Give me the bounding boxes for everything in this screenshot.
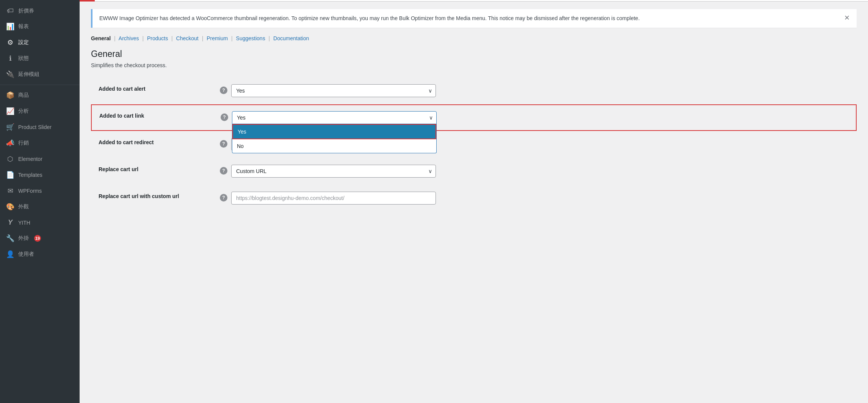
sidebar-item-label: 狀態: [18, 55, 29, 62]
setting-label-replace-cart-url-custom: Replace cart url with custom url: [99, 192, 220, 199]
sidebar-item-elementor[interactable]: ⬡ Elementor: [0, 151, 80, 167]
elementor-icon: ⬡: [6, 155, 14, 163]
sidebar-item-label: 外觀: [18, 203, 29, 210]
nav-suggestions[interactable]: Suggestions: [236, 35, 265, 41]
select-added-to-cart-alert: Yes No ∨: [231, 84, 436, 97]
dropdown-added-to-cart-link: Yes No: [232, 124, 437, 153]
top-bar: [80, 0, 868, 2]
sidebar-item-label: 使用者: [18, 251, 34, 258]
sidebar-item-label: Product Slider: [18, 124, 52, 130]
nav-archives[interactable]: Archives: [119, 35, 139, 41]
product-slider-icon: 🛒: [6, 123, 14, 131]
sidebar-item-plugins[interactable]: 🔧 外掛 19: [0, 230, 80, 246]
plugins-icon: 🔧: [6, 234, 14, 242]
analytics-icon: 📈: [6, 107, 14, 115]
main-content: EWWW Image Optimizer has detected a WooC…: [80, 0, 868, 403]
help-icon-added-to-cart-link[interactable]: ?: [221, 113, 228, 121]
help-icon-replace-cart-url-custom[interactable]: ?: [220, 194, 227, 202]
input-replace-cart-url-custom[interactable]: [231, 192, 436, 205]
sidebar-item-label: WPForms: [18, 188, 42, 194]
setting-added-to-cart-redirect: Added to cart redirect ? ∨: [91, 131, 857, 158]
select-replace-cart-url: Custom URL ∨: [231, 165, 436, 178]
extensions-icon: 🔌: [6, 70, 14, 79]
sidebar-item-label: 折價券: [18, 8, 34, 14]
nav-documentation[interactable]: Documentation: [273, 35, 309, 41]
page-subtitle: Simplifies the checkout process.: [91, 62, 857, 68]
sidebar-item-label: 商品: [18, 92, 29, 99]
setting-label-added-to-cart-alert: Added to cart alert: [99, 84, 220, 92]
nav-checkout[interactable]: Checkout: [176, 35, 199, 41]
setting-added-to-cart-link: Added to cart link ? Yes ∨ Yes No: [91, 104, 857, 131]
setting-control-added-to-cart-alert: ? Yes No ∨: [220, 84, 849, 97]
sidebar-item-settings[interactable]: ⚙ 設定: [0, 35, 80, 50]
select-added-to-cart-link-display[interactable]: Yes: [232, 111, 437, 124]
select-replace-cart-url-input[interactable]: Custom URL: [231, 165, 436, 178]
page-title: General: [91, 49, 857, 59]
setting-replace-cart-url-custom: Replace cart url with custom url ?: [91, 185, 857, 212]
sidebar-item-wpforms[interactable]: ✉ WPForms: [0, 183, 80, 199]
sidebar-item-label: 延伸模組: [18, 71, 39, 78]
setting-replace-cart-url: Replace cart url ? Custom URL ∨: [91, 158, 857, 185]
appearance-icon: 🎨: [6, 203, 14, 211]
templates-icon: 📄: [6, 171, 14, 179]
nav-general: General: [91, 35, 111, 41]
sidebar-item-label: YITH: [18, 220, 30, 226]
sidebar-item-label: 外掛: [18, 235, 29, 242]
setting-added-to-cart-alert: Added to cart alert ? Yes No ∨: [91, 77, 857, 104]
discount-icon: 🏷: [6, 7, 14, 15]
sidebar-item-users[interactable]: 👤 使用者: [0, 246, 80, 262]
sidebar-item-discount[interactable]: 🏷 折價券: [0, 3, 80, 19]
setting-label-replace-cart-url: Replace cart url: [99, 165, 220, 172]
sidebar-item-templates[interactable]: 📄 Templates: [0, 167, 80, 183]
sidebar-item-analytics[interactable]: 📈 分析: [0, 103, 80, 119]
marketing-icon: 📣: [6, 139, 14, 147]
setting-label-added-to-cart-redirect: Added to cart redirect: [99, 138, 220, 145]
status-icon: ℹ: [6, 54, 14, 63]
sidebar-item-label: 分析: [18, 108, 29, 115]
wpforms-icon: ✉: [6, 187, 14, 195]
sidebar-item-product-slider[interactable]: 🛒 Product Slider: [0, 119, 80, 135]
select-added-to-cart-link: Yes ∨ Yes No: [232, 111, 437, 124]
setting-label-added-to-cart-link: Added to cart link: [99, 111, 221, 119]
help-icon-added-to-cart-alert[interactable]: ?: [220, 87, 227, 94]
select-added-to-cart-alert-input[interactable]: Yes No: [231, 84, 436, 97]
sidebar-item-yith[interactable]: Y YITH: [0, 215, 80, 230]
setting-control-added-to-cart-link: ? Yes ∨ Yes No: [221, 111, 848, 124]
sidebar: 🏷 折價券 📊 報表 ⚙ 設定 ℹ 狀態 🔌 延伸模組 📦 商品 📈 分析 🛒 …: [0, 0, 80, 403]
sidebar-item-label: 設定: [18, 39, 29, 46]
sidebar-item-appearance[interactable]: 🎨 外觀: [0, 199, 80, 215]
sidebar-item-status[interactable]: ℹ 狀態: [0, 50, 80, 66]
sidebar-separator: [0, 85, 80, 85]
sidebar-item-label: Elementor: [18, 156, 42, 162]
sidebar-item-products[interactable]: 📦 商品: [0, 87, 80, 103]
notice-text: EWWW Image Optimizer has detected a WooC…: [99, 14, 640, 22]
notice-close-button[interactable]: ✕: [844, 14, 850, 21]
help-icon-replace-cart-url[interactable]: ?: [220, 167, 227, 175]
ewww-notice: EWWW Image Optimizer has detected a WooC…: [91, 9, 857, 28]
sidebar-item-reports[interactable]: 📊 報表: [0, 19, 80, 35]
dropdown-option-yes[interactable]: Yes: [232, 124, 436, 139]
sidebar-item-label: Templates: [18, 172, 42, 178]
settings-icon: ⚙: [6, 38, 14, 47]
sidebar-item-marketing[interactable]: 📣 行銷: [0, 135, 80, 151]
products-icon: 📦: [6, 91, 14, 99]
content-area: EWWW Image Optimizer has detected a WooC…: [80, 2, 868, 403]
help-icon-added-to-cart-redirect[interactable]: ?: [220, 140, 227, 148]
setting-control-replace-cart-url: ? Custom URL ∨: [220, 165, 849, 178]
sidebar-item-label: 行銷: [18, 140, 29, 146]
plugins-badge: 19: [34, 235, 41, 242]
nav-premium[interactable]: Premium: [207, 35, 228, 41]
yith-icon: Y: [6, 219, 14, 227]
nav-products[interactable]: Products: [147, 35, 168, 41]
dropdown-option-no[interactable]: No: [232, 139, 436, 153]
reports-icon: 📊: [6, 22, 14, 31]
setting-control-replace-cart-url-custom: ?: [220, 192, 849, 205]
top-bar-progress: [80, 0, 95, 2]
sidebar-item-extensions[interactable]: 🔌 延伸模組: [0, 66, 80, 82]
users-icon: 👤: [6, 250, 14, 258]
sidebar-item-label: 報表: [18, 23, 29, 30]
settings-nav: General | Archives | Products | Checkout…: [91, 35, 857, 41]
